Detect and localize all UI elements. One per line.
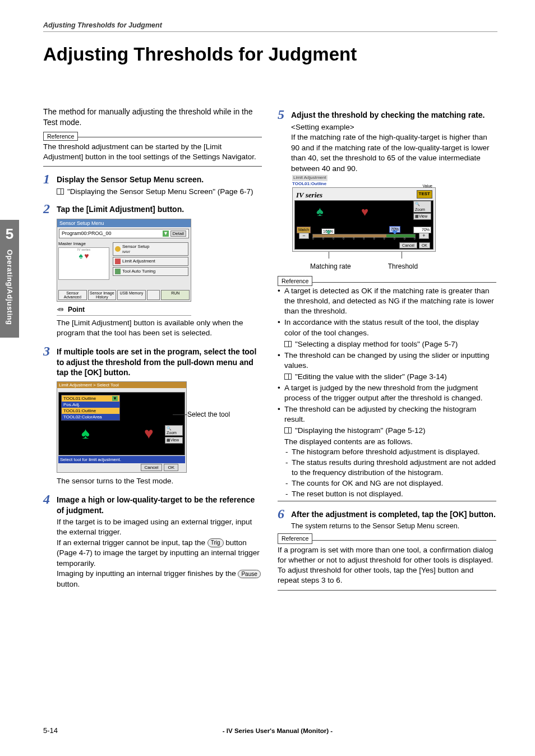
- limit-adjustment-text: Limit Adjustment: [122, 259, 155, 264]
- point-header: ✎ Point: [57, 305, 191, 316]
- usb-memory-tab: USB Memory: [117, 290, 146, 300]
- sensor-advanced-tab: Sensor Advanced: [58, 290, 87, 300]
- tool-auto-tuning-button: Tool Auto Tuning: [113, 267, 188, 276]
- master-image-label: Master Image: [58, 241, 109, 246]
- step-title: If multiple tools are set in the program…: [57, 347, 262, 379]
- point-icon: ✎: [54, 304, 66, 315]
- cross-reference-text: "Displaying the Sensor Setup Menu Screen…: [67, 187, 253, 197]
- reference-body: The threshold adjustment can be started …: [43, 141, 262, 164]
- step-title: After the adjustment is completed, tap t…: [291, 509, 496, 520]
- sensor-setup-nav-button: Sensor Setup NAVI: [113, 242, 188, 256]
- screenshot-titlebar: Limit Adjustment > Select Tool: [57, 382, 186, 388]
- value-label: Value: [423, 183, 432, 189]
- reference-box-step5: Reference A target is detected as OK if …: [278, 276, 496, 501]
- tool-auto-tuning-text: Tool Auto Tuning: [122, 269, 155, 274]
- iv-logo: IV series: [296, 190, 322, 200]
- spade-icon: ♠: [79, 251, 83, 260]
- instruction-message: Select tool for limit adjustment.: [58, 456, 185, 463]
- dash-item: The counts for OK and NG are not display…: [284, 478, 496, 488]
- cross-reference-text: "Editing the value with the slider" (Pag…: [295, 372, 447, 382]
- ref6-body2: To adjust threshold for other tools, tap…: [278, 566, 473, 584]
- page-title: Adjusting Thresholds for Judgment: [43, 44, 357, 65]
- limit-adjustment-button: Limit Adjustment: [113, 257, 188, 266]
- ok-button: OK: [419, 242, 430, 249]
- threshold-screenshot: Limit Adjustment TOOL01:Outline IV serie…: [292, 175, 442, 271]
- tool-option: Pos.Adj.: [62, 402, 119, 408]
- screenshot-titlebar: Sensor Setup Menu: [57, 219, 191, 227]
- chapter-side-tab: 5 Operating/Adjusting: [0, 220, 19, 338]
- header-rule: [43, 31, 497, 32]
- tool-option: TOOL02:ColorArea: [62, 414, 119, 420]
- reference-label: Reference: [278, 276, 312, 286]
- ok-button: OK: [164, 464, 178, 471]
- step-5: 5 Adjust the threshold by checking the m…: [278, 108, 496, 501]
- th-title1: Limit Adjustment: [292, 175, 328, 181]
- dropdown-icon: ▼: [163, 231, 169, 237]
- bullet-item: The threshold can be adjusted by checkin…: [278, 404, 496, 499]
- point-text: The [Limit Adjustment] button is availab…: [57, 318, 262, 339]
- image-history-tab: Sensor Image History: [88, 290, 117, 300]
- step-number: 6: [278, 507, 290, 520]
- navi-text: NAVI: [122, 250, 130, 253]
- reference-box-1: Reference The threshold adjustment can b…: [43, 131, 262, 167]
- dash-list: The histogram before threshold adjustmen…: [284, 447, 496, 499]
- zoom-button: 🔍Zoom: [413, 201, 431, 213]
- zoom-button: 🔍Zoom: [165, 425, 183, 436]
- dash-item: The reset button is not displayed.: [284, 489, 496, 499]
- running-header: Adjusting Thresholds for Judgment: [43, 21, 162, 29]
- step-4: 4 Image a high or low-quality-target to …: [43, 492, 262, 589]
- bullet-item: A target is detected as OK if the matchi…: [278, 286, 496, 316]
- gear-icon: [115, 246, 121, 252]
- book-icon: [284, 427, 292, 434]
- reference-label: Reference: [43, 132, 78, 141]
- page-number: 5-14: [43, 726, 58, 735]
- cancel-button: Cancel: [399, 242, 417, 249]
- book-icon: [284, 341, 292, 347]
- displayed-contents-text: The displayed contents are as follows.: [284, 437, 496, 447]
- book-icon: [284, 374, 292, 380]
- reference-bullet-list: A target is detected as OK if the matchi…: [278, 286, 496, 499]
- book-icon: [57, 188, 64, 195]
- view-button: ▦View: [165, 437, 183, 444]
- limit-adjustment-screenshot: Limit Adjustment > Select Tool TOOL01:Ou…: [57, 381, 187, 473]
- th-title2: TOOL01:Outline: [292, 181, 326, 186]
- step-title: Image a high or low-quality-target to be…: [57, 495, 262, 516]
- threshold-slider: Match 100% 70% − 00000000000 +: [297, 227, 431, 241]
- sensor-setup-text: Sensor Setup: [122, 244, 149, 249]
- step-number: 1: [43, 172, 56, 186]
- trig-button-inline: Trig: [207, 538, 224, 547]
- detail-button: Detail: [170, 231, 186, 237]
- setting-example-text: If the matching rate of the high-quality…: [291, 132, 496, 174]
- minus-button: −: [299, 233, 309, 239]
- dash-item: The status results during threshold adju…: [284, 458, 496, 478]
- chapter-label: Operating/Adjusting: [6, 250, 14, 325]
- cross-reference-text: "Selecting a display method for tools" (…: [295, 339, 458, 349]
- threshold-label: Threshold: [388, 262, 418, 271]
- step-6: 6 After the adjustment is completed, tap…: [278, 507, 496, 590]
- step-number: 5: [278, 108, 290, 121]
- dash-item: The histogram before threshold adjustmen…: [284, 447, 496, 457]
- point-label: Point: [68, 306, 85, 314]
- heart-icon: ♥: [144, 425, 162, 442]
- bullet-item: The threshold can be changed by using th…: [278, 351, 496, 382]
- step-number: 3: [43, 344, 56, 358]
- step4-p2: If an external trigger cannot be input, …: [57, 538, 262, 569]
- tool-option-highlighted: TOOL01:Outline: [62, 408, 119, 414]
- cross-reference: "Displaying the Sensor Setup Menu Screen…: [57, 187, 262, 197]
- sensor-setup-screenshot: Sensor Setup Menu Program00:PROG_00 ▼ De…: [57, 219, 191, 302]
- plus-button: +: [419, 233, 429, 239]
- selected-tool: TOOL01:Outline: [63, 396, 96, 401]
- cross-reference-text: "Displaying the histogram" (Page 5-12): [295, 426, 425, 436]
- step6-text: The system returns to the Sensor Setup M…: [291, 522, 496, 531]
- bullet-item: A target is judged by the new threshold …: [278, 383, 496, 403]
- cancel-button: Cancel: [141, 464, 163, 471]
- step-2: 2 Tap the [Limit Adjustment] button. Sen…: [43, 202, 262, 339]
- match-label: Match: [297, 227, 311, 233]
- chapter-number: 5: [0, 220, 19, 243]
- intro-text: The method for manually adjusting the th…: [43, 107, 262, 128]
- ref6-body1: If a program is set with more than one t…: [278, 546, 493, 564]
- adjust-icon: [115, 259, 121, 264]
- manual-title: - IV Series User's Manual (Monitor) -: [58, 727, 497, 734]
- step-title: Adjust the threshold by checking the mat…: [291, 110, 485, 121]
- run-tab: RUN: [161, 290, 190, 300]
